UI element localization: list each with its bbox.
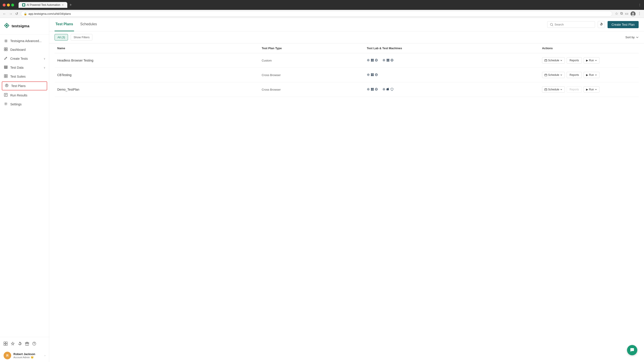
sidebar-bottom: R Robert Jackson Account Admin 👑 › <box>0 337 49 362</box>
run-results-label: Run Results <box>10 94 27 97</box>
run-label: Run <box>589 59 594 62</box>
back-button[interactable]: ← <box>3 12 6 16</box>
col-type: Test Plan Type <box>259 43 364 53</box>
svg-rect-6 <box>4 50 6 51</box>
row3-actions: Schedule Reports ▶ Run <box>539 82 639 97</box>
tab-favicon <box>22 3 25 7</box>
gift-icon[interactable] <box>25 342 29 347</box>
settings-label: Settings <box>10 103 22 106</box>
svg-rect-49 <box>545 60 547 62</box>
sort-by-button[interactable]: Sort by <box>626 36 639 39</box>
user-chevron-icon: › <box>44 354 46 357</box>
calendar-icon <box>544 74 547 76</box>
sidebar-nav: ⊞ Testsigma Advanced... Dashboard <box>0 35 49 337</box>
forward-button[interactable]: → <box>9 12 12 16</box>
table-row: Demo_TestPlan Cross Browser <box>54 82 639 97</box>
test-data-chevron: ∨ <box>44 66 46 69</box>
svg-rect-12 <box>6 75 8 76</box>
run-button-row2[interactable]: ▶ Run <box>584 72 600 78</box>
svg-rect-24 <box>6 342 8 343</box>
tab-close-icon[interactable]: ✕ <box>62 4 64 7</box>
split-view-icon[interactable]: ▭ <box>625 12 628 16</box>
sidebar-item-settings[interactable]: Settings <box>0 100 49 109</box>
search-box[interactable] <box>547 21 595 28</box>
filters-bar: All (3) Show Filters Sort by <box>49 31 644 43</box>
schedule-button-row1[interactable]: Schedule <box>542 57 565 64</box>
user-info: Robert Jackson Account Admin 👑 <box>14 352 42 359</box>
reports-button-row3[interactable]: Reports <box>567 86 582 93</box>
svg-rect-43 <box>388 59 390 60</box>
svg-rect-26 <box>6 344 8 345</box>
test-plans-icon <box>4 84 9 88</box>
schedule-button-row2[interactable]: Schedule <box>542 72 565 78</box>
address-bar[interactable]: 🔒 app.testsigma.com/ui/td/34/plans <box>21 11 612 17</box>
browser-more-icon[interactable]: ⋮ <box>638 12 641 16</box>
run-button-row1[interactable]: ▶ Run <box>584 57 600 64</box>
schedule-label: Schedule <box>548 73 559 77</box>
create-test-plan-button[interactable]: Create Test Plan <box>608 21 639 28</box>
star-icon[interactable] <box>11 342 15 347</box>
user-row[interactable]: R Robert Jackson Account Admin 👑 › <box>4 352 46 359</box>
schedule-button-row3[interactable]: Schedule <box>542 86 565 93</box>
test-suites-icon <box>4 74 8 79</box>
chat-bubble[interactable] <box>627 345 637 355</box>
tab-schedules[interactable]: Schedules <box>80 18 98 31</box>
windows-icon <box>371 88 374 92</box>
svg-rect-74 <box>545 89 547 91</box>
new-tab-button[interactable]: + <box>68 3 73 8</box>
fullscreen-button[interactable] <box>11 4 14 7</box>
user-avatar: R <box>4 352 11 359</box>
sidebar-item-test-plans[interactable]: Test Plans <box>2 82 47 90</box>
extensions-icon[interactable]: ⧉ <box>620 12 623 16</box>
run-dropdown-icon <box>595 59 597 62</box>
svg-rect-23 <box>4 342 5 343</box>
run-icon: ▶ <box>586 88 588 91</box>
tab-test-plans-label: Test Plans <box>56 22 73 26</box>
test-data-label: Test Data <box>10 66 24 69</box>
gear-icon <box>382 59 386 63</box>
run-button-row3[interactable]: ▶ Run <box>584 86 600 93</box>
gear-icon <box>367 73 370 77</box>
row1-actions: Schedule Reports ▶ Run <box>539 53 639 68</box>
reports-button-row2[interactable]: Reports <box>567 72 582 78</box>
svg-point-73 <box>384 89 384 90</box>
help-icon[interactable] <box>32 342 36 347</box>
test-plans-label: Test Plans <box>11 84 26 88</box>
profile-avatar[interactable] <box>630 12 636 16</box>
create-tests-chevron: ∨ <box>44 57 46 60</box>
svg-rect-56 <box>371 75 372 76</box>
shield-icon <box>390 88 394 92</box>
show-filters-button[interactable]: Show Filters <box>71 34 92 41</box>
minimize-button[interactable] <box>7 4 10 7</box>
browser-menu[interactable]: ⋮ <box>638 3 641 7</box>
user-name: Robert Jackson <box>14 352 42 356</box>
row2-name: CBTesting <box>54 68 259 82</box>
svg-rect-9 <box>4 67 8 68</box>
gear-icon <box>367 59 370 63</box>
sidebar-item-test-data[interactable]: Test Data ∨ <box>0 63 49 72</box>
bookmark-icon[interactable]: ☆ <box>615 12 618 16</box>
svg-rect-11 <box>4 75 6 76</box>
sidebar-item-create-tests[interactable]: Create Tests ∨ <box>0 54 49 63</box>
active-tab[interactable]: AI Powered Test Automation ✕ <box>18 2 67 8</box>
grid-icon[interactable] <box>4 342 8 347</box>
tab-test-plans[interactable]: Test Plans <box>54 18 74 31</box>
sidebar-item-test-suites[interactable]: Test Suites <box>0 72 49 81</box>
sidebar-item-apps[interactable]: ⊞ Testsigma Advanced... <box>0 37 49 45</box>
create-tests-label: Create Tests <box>10 57 28 60</box>
sidebar-item-dashboard[interactable]: Dashboard <box>0 45 49 54</box>
row1-type: Custom <box>259 53 364 68</box>
schedule-label: Schedule <box>548 88 559 91</box>
test-suites-label: Test Suites <box>10 75 26 78</box>
tabs: Test Plans Schedules <box>54 18 547 31</box>
sidebar-item-run-results[interactable]: Run Results <box>0 91 49 100</box>
tab-schedules-label: Schedules <box>80 22 97 26</box>
all-filter-badge[interactable]: All (3) <box>54 34 68 41</box>
close-button[interactable] <box>3 4 6 7</box>
reload-button[interactable]: ↺ <box>15 12 18 16</box>
test-plans-table: Name Test Plan Type Test Lab & Test Mach… <box>54 43 639 97</box>
refresh-button[interactable] <box>598 21 605 28</box>
search-input[interactable] <box>554 23 592 26</box>
reports-button-row1[interactable]: Reports <box>567 57 582 64</box>
refresh-icon[interactable] <box>18 342 22 347</box>
